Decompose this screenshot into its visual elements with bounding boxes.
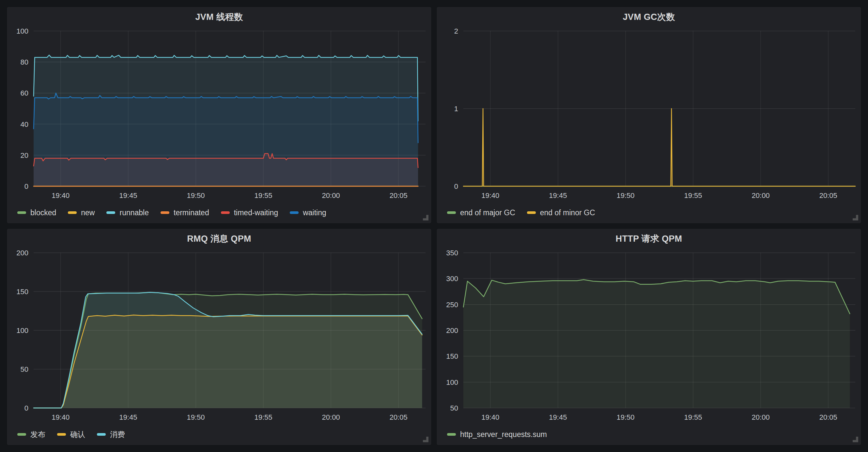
x-axis-tick-label: 20:05 xyxy=(819,413,837,421)
x-axis-tick-label: 19:40 xyxy=(481,413,499,421)
x-axis-tick-label: 20:05 xyxy=(390,413,408,421)
chart-plot-area[interactable]: 02040608010019:4019:4519:5019:5520:0020:… xyxy=(7,26,431,202)
dashboard-grid: JVM 线程数 02040608010019:4019:4519:5019:55… xyxy=(0,0,868,452)
panel-rmq-qpm: RMQ 消息 QPM 05010015020019:4019:4519:5019… xyxy=(7,229,431,445)
chart-canvas[interactable]: 5010015020025030035019:4019:4519:5019:55… xyxy=(437,248,861,424)
y-axis-tick-label: 50 xyxy=(450,404,458,412)
chart-canvas[interactable]: 02040608010019:4019:4519:5019:5520:0020:… xyxy=(7,26,431,202)
x-axis-tick-label: 19:45 xyxy=(119,191,137,200)
panel-header[interactable]: JVM 线程数 xyxy=(7,7,431,26)
panel-jvm-gc: JVM GC次数 01219:4019:4519:5019:5520:0020:… xyxy=(437,7,861,223)
legend-label: 发布 xyxy=(30,429,45,440)
legend-item-end of major GC[interactable]: end of major GC xyxy=(447,208,515,217)
x-axis-tick-label: 20:05 xyxy=(390,191,408,200)
x-axis-tick-label: 19:45 xyxy=(549,413,567,421)
legend-item-http_server_requests.sum[interactable]: http_server_requests.sum xyxy=(447,430,547,439)
legend-item-terminated[interactable]: terminated xyxy=(160,208,209,217)
y-axis-tick-label: 40 xyxy=(21,120,28,128)
legend-item-new[interactable]: new xyxy=(68,208,95,217)
x-axis-tick-label: 19:55 xyxy=(254,413,273,421)
legend-color-marker xyxy=(160,211,169,214)
series-line-end of minor GC xyxy=(463,108,855,186)
legend-color-marker xyxy=(447,211,456,214)
chart-canvas[interactable]: 01219:4019:4519:5019:5520:0020:05 xyxy=(437,26,861,202)
y-axis-tick-label: 150 xyxy=(446,352,458,360)
x-axis-tick-label: 19:50 xyxy=(187,191,205,200)
y-axis-tick-label: 100 xyxy=(446,378,458,386)
y-axis-tick-label: 1 xyxy=(454,105,458,113)
series-fill-http_server_requests.sum xyxy=(463,280,850,408)
legend-label: new xyxy=(81,208,95,217)
x-axis-tick-label: 19:40 xyxy=(52,413,69,421)
legend-label: blocked xyxy=(30,208,56,217)
panel-header[interactable]: RMQ 消息 QPM xyxy=(7,229,431,248)
legend-color-marker xyxy=(57,433,66,436)
y-axis-tick-label: 300 xyxy=(446,275,458,283)
panel-http-qpm: HTTP 请求 QPM 5010015020025030035019:4019:… xyxy=(437,229,861,445)
x-axis-tick-label: 19:45 xyxy=(549,191,567,200)
x-axis-tick-label: 20:05 xyxy=(819,191,837,200)
legend-label: terminated xyxy=(174,208,209,217)
y-axis-tick-label: 0 xyxy=(25,404,28,412)
series-fill-end of minor GC xyxy=(463,108,855,186)
legend-label: timed-waiting xyxy=(234,208,278,217)
legend-item-runnable[interactable]: runnable xyxy=(106,208,149,217)
chart-plot-area[interactable]: 01219:4019:4519:5019:5520:0020:05 xyxy=(437,26,861,202)
panel-jvm-threads: JVM 线程数 02040608010019:4019:4519:5019:55… xyxy=(7,7,431,223)
legend-label: http_server_requests.sum xyxy=(460,430,547,439)
x-axis-tick-label: 19:55 xyxy=(254,191,273,200)
x-axis-tick-label: 19:40 xyxy=(52,191,69,200)
y-axis-tick-label: 200 xyxy=(16,249,28,257)
legend-item-blocked[interactable]: blocked xyxy=(17,208,56,217)
panel-title: HTTP 请求 QPM xyxy=(616,233,682,245)
y-axis-tick-label: 350 xyxy=(446,249,458,257)
y-axis-tick-label: 250 xyxy=(446,301,458,309)
legend-color-marker xyxy=(221,211,230,214)
chart-plot-area[interactable]: 5010015020025030035019:4019:4519:5019:55… xyxy=(437,248,861,424)
legend-label: end of minor GC xyxy=(540,208,595,217)
y-axis-tick-label: 20 xyxy=(21,151,28,159)
legend-color-marker xyxy=(97,433,106,436)
chart-legend: 发布确认消费 xyxy=(7,424,431,445)
legend-item-end of minor GC[interactable]: end of minor GC xyxy=(527,208,595,217)
legend-item-确认[interactable]: 确认 xyxy=(57,429,85,440)
legend-color-marker xyxy=(17,433,26,436)
y-axis-tick-label: 150 xyxy=(16,288,28,296)
legend-color-marker xyxy=(527,211,536,214)
y-axis-tick-label: 100 xyxy=(16,27,28,35)
legend-item-消费[interactable]: 消费 xyxy=(97,429,125,440)
panel-header[interactable]: JVM GC次数 xyxy=(437,7,861,26)
legend-item-waiting[interactable]: waiting xyxy=(290,208,326,217)
legend-item-timed-waiting[interactable]: timed-waiting xyxy=(221,208,278,217)
legend-color-marker xyxy=(68,211,77,214)
x-axis-tick-label: 20:00 xyxy=(752,413,770,421)
legend-label: runnable xyxy=(119,208,149,217)
legend-color-marker xyxy=(106,211,115,214)
y-axis-tick-label: 60 xyxy=(21,89,28,97)
legend-color-marker xyxy=(17,211,26,214)
x-axis-tick-label: 20:00 xyxy=(322,413,340,421)
x-axis-tick-label: 19:40 xyxy=(481,191,499,200)
legend-item-发布[interactable]: 发布 xyxy=(17,429,45,440)
series-fill-waiting xyxy=(34,93,418,186)
y-axis-tick-label: 100 xyxy=(16,326,28,334)
y-axis-tick-label: 200 xyxy=(446,326,458,334)
legend-color-marker xyxy=(290,211,299,214)
x-axis-tick-label: 20:00 xyxy=(752,191,770,200)
panel-title: RMQ 消息 QPM xyxy=(187,233,251,245)
y-axis-tick-label: 0 xyxy=(454,182,458,190)
legend-label: 消费 xyxy=(110,429,125,440)
x-axis-tick-label: 19:50 xyxy=(616,191,634,200)
y-axis-tick-label: 0 xyxy=(25,182,28,190)
legend-color-marker xyxy=(447,433,456,436)
x-axis-tick-label: 19:45 xyxy=(119,413,137,421)
legend-label: end of major GC xyxy=(460,208,515,217)
y-axis-tick-label: 2 xyxy=(454,27,458,35)
panel-header[interactable]: HTTP 请求 QPM xyxy=(437,229,861,248)
chart-plot-area[interactable]: 05010015020019:4019:4519:5019:5520:0020:… xyxy=(7,248,431,424)
x-axis-tick-label: 19:50 xyxy=(616,413,634,421)
chart-canvas[interactable]: 05010015020019:4019:4519:5019:5520:0020:… xyxy=(7,248,431,424)
x-axis-tick-label: 19:55 xyxy=(684,191,702,200)
y-axis-tick-label: 50 xyxy=(21,365,28,374)
x-axis-tick-label: 20:00 xyxy=(322,191,340,200)
